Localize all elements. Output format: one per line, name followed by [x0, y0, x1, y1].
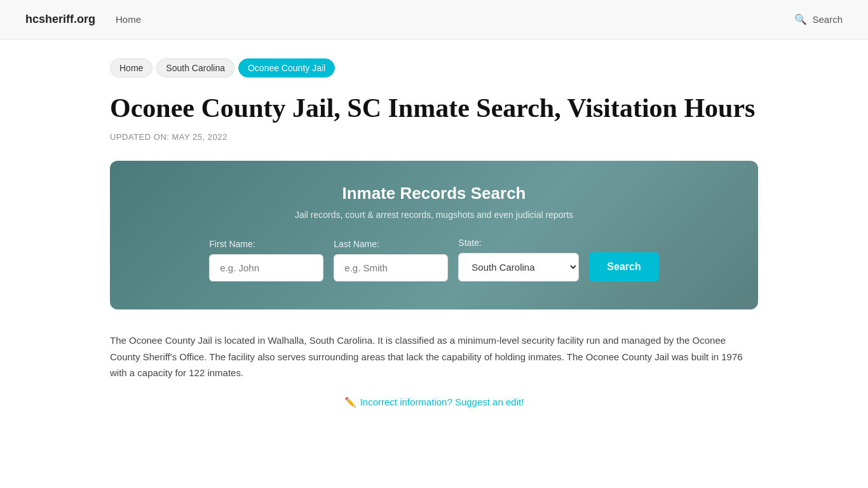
page-title: Oconee County Jail, SC Inmate Search, Vi…: [110, 93, 758, 123]
state-label: State:: [458, 238, 482, 248]
suggest-edit-section: ✏️Incorrect information? Suggest an edit…: [110, 396, 758, 408]
search-icon: 🔍: [794, 13, 807, 25]
main-content: Home South Carolina Oconee County Jail O…: [85, 39, 783, 427]
state-select[interactable]: AlabamaAlaskaArizonaArkansasCaliforniaCo…: [458, 253, 579, 281]
updated-date: UPDATED ON: MAY 25, 2022: [110, 132, 758, 142]
search-box-title: Inmate Records Search: [148, 184, 720, 203]
last-name-input[interactable]: [334, 254, 448, 281]
description-text: The Oconee County Jail is located in Wal…: [110, 332, 758, 381]
search-button[interactable]: Search: [589, 252, 658, 281]
state-group: State: AlabamaAlaskaArizonaArkansasCalif…: [458, 238, 579, 281]
header-search-button[interactable]: 🔍 Search: [794, 13, 843, 25]
first-name-label: First Name:: [209, 239, 255, 249]
edit-icon: ✏️: [344, 396, 356, 407]
site-logo[interactable]: hcsheriff.org: [25, 13, 95, 26]
header-left: hcsheriff.org Home: [25, 13, 141, 26]
last-name-label: Last Name:: [334, 239, 379, 249]
search-box-subtitle: Jail records, court & arrest records, mu…: [148, 210, 720, 220]
first-name-input[interactable]: [209, 254, 323, 281]
search-form: First Name: Last Name: State: AlabamaAla…: [148, 238, 720, 281]
breadcrumb: Home South Carolina Oconee County Jail: [110, 58, 758, 78]
breadcrumb-south-carolina[interactable]: South Carolina: [156, 58, 234, 78]
first-name-group: First Name:: [209, 239, 323, 281]
last-name-group: Last Name:: [334, 239, 448, 281]
breadcrumb-home[interactable]: Home: [110, 58, 153, 78]
header-search-label: Search: [812, 14, 843, 25]
inmate-search-box: Inmate Records Search Jail records, cour…: [110, 161, 758, 309]
nav-home[interactable]: Home: [116, 14, 141, 25]
suggest-edit-link[interactable]: ✏️Incorrect information? Suggest an edit…: [344, 396, 524, 407]
breadcrumb-current: Oconee County Jail: [238, 58, 335, 78]
site-header: hcsheriff.org Home 🔍 Search: [0, 0, 868, 39]
